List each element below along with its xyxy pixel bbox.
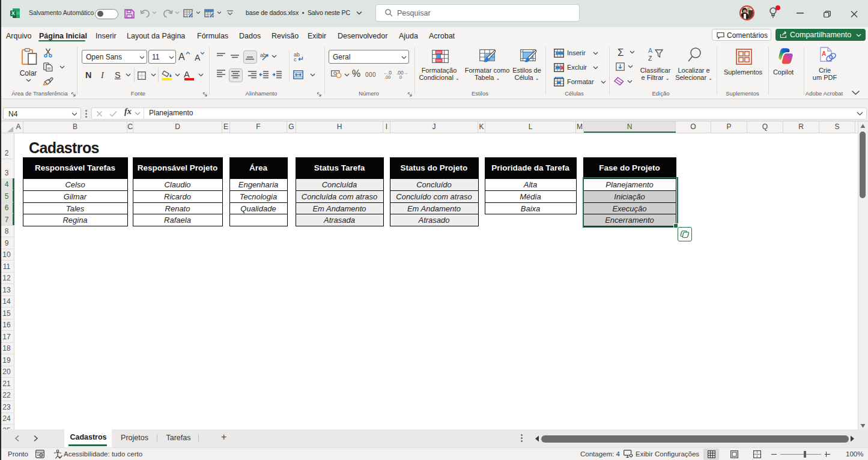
svg-text:A: A	[648, 47, 652, 54]
svg-text:.0: .0	[398, 74, 402, 79]
svg-text:Z: Z	[648, 55, 652, 62]
svg-text:A: A	[822, 50, 826, 57]
svg-text:c: c	[294, 56, 297, 62]
svg-text:→: →	[403, 70, 408, 76]
svg-text:X: X	[11, 10, 15, 16]
svg-text:.00: .00	[384, 74, 390, 79]
